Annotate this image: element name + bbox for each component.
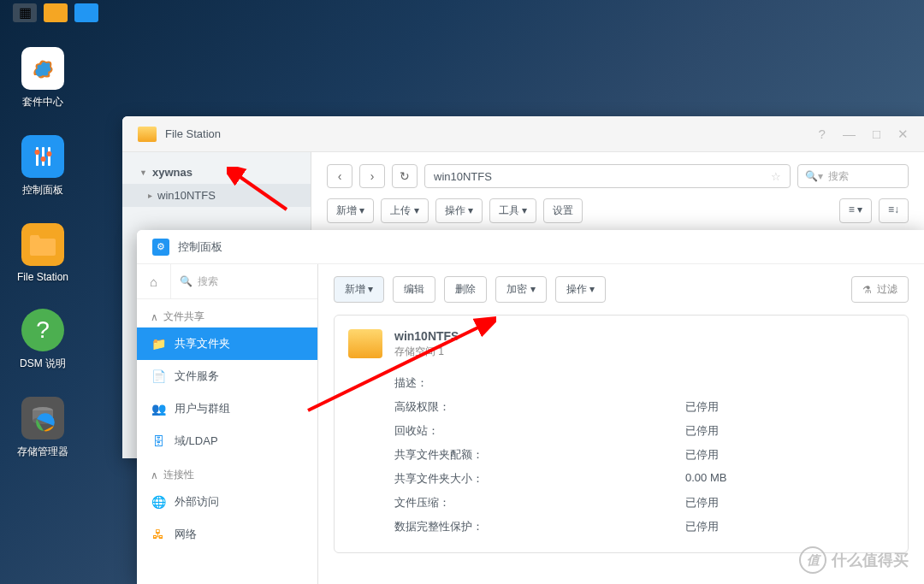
sidebar-item-shared-folder[interactable]: 📁共享文件夹: [137, 327, 317, 360]
ldap-icon: 🗄: [151, 434, 166, 449]
tree-root[interactable]: xywnas: [122, 161, 311, 184]
svg-point-4: [41, 156, 46, 162]
refresh-button[interactable]: ↻: [392, 164, 418, 188]
desktop-icon-dsm-help[interactable]: ? DSM 说明: [13, 309, 73, 371]
star-icon[interactable]: ☆: [771, 170, 781, 183]
minimize-button[interactable]: —: [843, 127, 856, 141]
control-panel-main: 新增 ▾ 编辑 删除 加密 ▾ 操作 ▾ ⚗过滤 win10NTFS 存储空间 …: [318, 264, 924, 584]
desktop-icon-label: 控制面板: [22, 183, 63, 198]
sort-button[interactable]: ≡↓: [879, 198, 909, 223]
view-button[interactable]: ≡ ▾: [839, 198, 872, 223]
network-icon: 🖧: [151, 527, 166, 542]
path-text: win10NTFS: [434, 170, 492, 183]
watermark-icon: 值: [799, 546, 826, 574]
taskbar: ▦: [0, 0, 98, 25]
package-center-icon: [21, 47, 64, 90]
desktop-icon-label: 存储管理器: [17, 445, 68, 459]
new-button[interactable]: 新增 ▾: [327, 198, 374, 223]
window-title: 控制面板: [178, 239, 909, 255]
sidebar-item-domain-ldap[interactable]: 🗄域/LDAP: [137, 425, 317, 457]
search-input[interactable]: 🔍▾ 搜索: [797, 164, 909, 188]
edit-button[interactable]: 编辑: [393, 276, 435, 303]
control-panel-icon: [21, 135, 64, 178]
close-button[interactable]: ✕: [897, 127, 909, 142]
users-icon: 👥: [151, 401, 166, 416]
folder-icon: [138, 127, 157, 142]
desktop-icon-file-station[interactable]: File Station: [13, 223, 73, 283]
settings-button[interactable]: 设置: [543, 198, 583, 223]
window-title: File Station: [165, 127, 802, 140]
search-icon: 🔍▾: [805, 170, 823, 182]
control-panel-window: ⚙ 控制面板 ⌂ 🔍 搜索 ∧文件共享 📁共享文件夹 📄文件服务 👥用户与群组 …: [137, 230, 924, 584]
share-details-table: 描述： 高级权限：已停用 回收站：已停用 共享文件夹配额：已停用 共享文件夹大小…: [394, 371, 894, 539]
taskbar-control-icon[interactable]: [74, 3, 98, 22]
maximize-button[interactable]: □: [873, 127, 880, 141]
sidebar-item-file-services[interactable]: 📄文件服务: [137, 360, 317, 392]
filter-button[interactable]: ⚗过滤: [851, 276, 909, 303]
file-station-icon: [21, 223, 64, 266]
help-button[interactable]: ?: [819, 127, 826, 141]
share-folder-icon: [348, 329, 382, 358]
storage-manager-icon: [21, 397, 64, 439]
share-volume: 存储空间 1: [394, 345, 459, 359]
svg-point-3: [35, 150, 40, 155]
tree-child-win10ntfs[interactable]: win10NTFS: [122, 184, 311, 207]
sidebar-item-external-access[interactable]: 🌐外部访问: [137, 486, 317, 518]
svg-point-5: [47, 151, 52, 156]
home-button[interactable]: ⌂: [137, 264, 171, 298]
filter-icon: ⚗: [862, 284, 872, 296]
watermark: 值 什么值得买: [799, 546, 909, 574]
desktop-icon-storage-manager[interactable]: 存储管理器: [13, 397, 73, 459]
desktop-icons: 套件中心 控制面板 File Station ? DSM 说明 存储管理器: [13, 47, 73, 459]
section-file-share: ∧文件共享: [137, 299, 317, 327]
share-name: win10NTFS: [394, 329, 459, 343]
taskbar-grid-icon[interactable]: ▦: [13, 3, 37, 22]
control-panel-titlebar[interactable]: ⚙ 控制面板: [137, 230, 924, 264]
taskbar-folder-icon[interactable]: [44, 3, 68, 22]
ops-button[interactable]: 操作 ▾: [555, 276, 606, 303]
file-services-icon: 📄: [151, 369, 166, 384]
file-station-titlebar[interactable]: File Station ? — □ ✕: [122, 116, 924, 152]
desktop-icon-label: File Station: [17, 271, 68, 283]
encrypt-button[interactable]: 加密 ▾: [495, 276, 546, 303]
desktop-icon-package-center[interactable]: 套件中心: [13, 47, 73, 109]
desktop-icon-label: DSM 说明: [20, 357, 66, 371]
share-card[interactable]: win10NTFS 存储空间 1 描述： 高级权限：已停用 回收站：已停用 共享…: [334, 315, 909, 553]
search-icon: 🔍: [180, 275, 192, 287]
sidebar-search-input[interactable]: 🔍 搜索: [171, 264, 317, 298]
tools-button[interactable]: 工具 ▾: [489, 198, 536, 223]
desktop-icon-label: 套件中心: [22, 95, 63, 109]
upload-button[interactable]: 上传 ▾: [381, 198, 428, 223]
control-panel-sidebar: ⌂ 🔍 搜索 ∧文件共享 📁共享文件夹 📄文件服务 👥用户与群组 🗄域/LDAP…: [137, 264, 318, 584]
path-input[interactable]: win10NTFS ☆: [424, 164, 791, 188]
forward-button[interactable]: ›: [359, 164, 385, 188]
shared-folder-icon: 📁: [151, 336, 166, 351]
back-button[interactable]: ‹: [327, 164, 352, 188]
help-icon: ?: [21, 309, 64, 351]
sidebar-item-network[interactable]: 🖧网络: [137, 518, 317, 551]
ops-button[interactable]: 操作 ▾: [435, 198, 483, 223]
sidebar-item-users-groups[interactable]: 👥用户与群组: [137, 392, 317, 425]
desktop-icon-control-panel[interactable]: 控制面板: [13, 135, 73, 198]
external-icon: 🌐: [151, 494, 166, 510]
new-button[interactable]: 新增 ▾: [334, 276, 384, 303]
delete-button[interactable]: 删除: [444, 276, 487, 303]
control-panel-icon: ⚙: [152, 239, 169, 256]
section-connectivity: ∧连接性: [137, 457, 317, 486]
